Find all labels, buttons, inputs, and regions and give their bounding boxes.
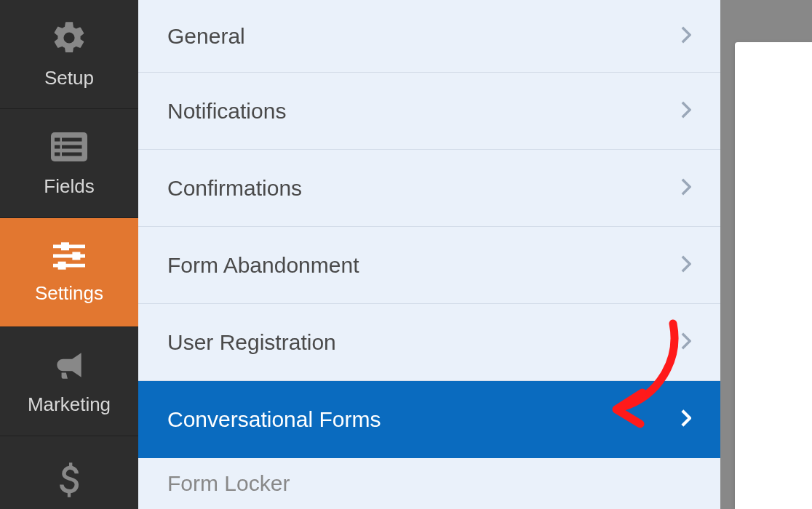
settings-row-form-abandonment[interactable]: Form Abandonment	[138, 227, 720, 304]
settings-row-label: User Registration	[167, 330, 336, 355]
svg-rect-5	[55, 153, 60, 156]
settings-row-notifications[interactable]: Notifications	[138, 73, 720, 150]
bullhorn-icon	[51, 347, 87, 383]
sidebar-item-label: Settings	[35, 282, 103, 305]
sidebar-item-label: Fields	[44, 175, 94, 198]
chevron-right-icon	[681, 101, 691, 121]
svg-rect-8	[61, 242, 69, 250]
settings-row-label: Confirmations	[167, 176, 302, 201]
sidebar-item-payments[interactable]	[0, 436, 138, 509]
gap-divider	[720, 0, 735, 509]
svg-rect-10	[72, 252, 80, 260]
settings-row-label: Form Locker	[167, 471, 290, 496]
svg-rect-3	[55, 145, 60, 149]
gear-icon	[50, 19, 88, 57]
sliders-icon	[49, 240, 89, 272]
sidebar-item-setup[interactable]: Setup	[0, 0, 138, 109]
sidebar-nav: Setup Fields Settings	[0, 0, 138, 509]
dollar-icon	[56, 461, 82, 499]
svg-rect-1	[55, 138, 60, 142]
chevron-right-icon	[681, 178, 691, 199]
svg-rect-6	[62, 153, 82, 156]
settings-row-label: General	[167, 24, 245, 49]
sidebar-item-label: Marketing	[28, 393, 111, 416]
svg-rect-2	[62, 138, 82, 142]
chevron-right-icon	[681, 332, 691, 353]
settings-row-label: Notifications	[167, 99, 286, 124]
sidebar-item-label: Setup	[44, 67, 94, 89]
settings-row-label: Conversational Forms	[167, 407, 381, 432]
list-icon	[47, 129, 91, 165]
settings-row-user-registration[interactable]: User Registration	[138, 304, 720, 381]
settings-row-confirmations[interactable]: Confirmations	[138, 150, 720, 227]
sidebar-item-marketing[interactable]: Marketing	[0, 327, 138, 436]
chevron-right-icon	[681, 409, 691, 430]
svg-rect-4	[62, 145, 82, 149]
content-card-inner	[735, 42, 812, 86]
chevron-right-icon	[681, 26, 691, 47]
settings-row-form-locker[interactable]: Form Locker	[138, 458, 720, 509]
sidebar-item-fields[interactable]: Fields	[0, 109, 138, 218]
settings-row-general[interactable]: General	[138, 0, 720, 73]
content-card	[735, 42, 812, 509]
app-root: Setup Fields Settings	[0, 0, 812, 509]
sidebar-item-settings[interactable]: Settings	[0, 218, 138, 327]
settings-panel: General Notifications Confirmations Form…	[138, 0, 720, 509]
svg-rect-12	[58, 262, 66, 270]
chevron-right-icon	[681, 255, 691, 276]
settings-row-label: Form Abandonment	[167, 253, 359, 278]
settings-row-conversational-forms[interactable]: Conversational Forms	[138, 381, 720, 458]
